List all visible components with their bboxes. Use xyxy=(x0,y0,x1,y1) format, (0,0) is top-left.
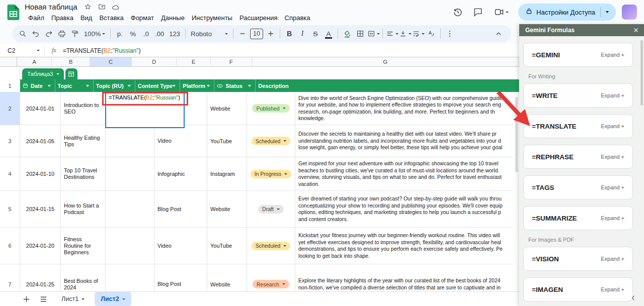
header-status[interactable]: Status xyxy=(214,79,256,92)
formula-card-vision[interactable]: =VISION Expand + xyxy=(523,247,633,271)
select-all-corner[interactable] xyxy=(0,57,17,66)
increase-decimal-button[interactable]: .00 xyxy=(152,27,167,40)
expand-button[interactable]: Expand + xyxy=(601,92,624,98)
horizontal-align-button[interactable] xyxy=(385,27,398,40)
strikethrough-button[interactable]: S xyxy=(309,27,322,40)
column-header-c[interactable]: C xyxy=(90,57,132,66)
column-header-a[interactable]: A xyxy=(17,57,52,66)
menu-extensions[interactable]: Расширения xyxy=(236,14,281,22)
header-description[interactable]: Description xyxy=(256,79,519,92)
close-icon[interactable] xyxy=(633,27,639,33)
increase-font-size-button[interactable] xyxy=(264,27,277,40)
cell-status[interactable]: Published xyxy=(247,92,295,125)
italic-button[interactable]: I xyxy=(296,27,309,40)
formula-card-summarize[interactable]: =SUMMARIZE Expand + xyxy=(523,206,633,230)
cell-content-type[interactable]: Video xyxy=(154,125,207,157)
cell-topic[interactable]: Healthy Eating Tips xyxy=(61,125,106,157)
row-header-3[interactable]: 3 xyxy=(0,125,20,157)
zoom-select[interactable]: 100% xyxy=(82,27,108,40)
active-cell-editor[interactable]: =TRANSLATE(B2;"Russian") xyxy=(105,92,185,128)
row-header-4[interactable]: 4 xyxy=(0,157,20,191)
cell-date[interactable]: 2024-01-01 xyxy=(20,92,61,125)
cell-date[interactable]: 2024-01-05 xyxy=(20,125,61,157)
column-header-b[interactable]: B xyxy=(52,57,90,66)
comments-icon[interactable] xyxy=(469,3,487,21)
share-button[interactable]: Настройки Доступа xyxy=(518,4,616,21)
row-header-1[interactable]: 1 xyxy=(0,79,20,92)
formula-card-write[interactable]: =WRITE Expand + xyxy=(523,83,633,108)
expand-button[interactable]: Expand + xyxy=(601,286,624,292)
move-folder-icon[interactable] xyxy=(98,3,106,11)
cell-content-type[interactable]: Blog Post xyxy=(154,264,207,291)
cell-status[interactable]: Scheduled xyxy=(247,228,295,264)
cell-content-type[interactable]: Blog Post xyxy=(154,191,207,228)
row-header-5[interactable]: 5 xyxy=(0,191,20,228)
print-icon[interactable] xyxy=(55,27,68,40)
name-box[interactable]: C2 xyxy=(0,47,44,54)
cell-topic[interactable]: How to Start a Podcast xyxy=(61,191,106,228)
expand-button[interactable]: Expand + xyxy=(601,215,624,221)
cell-status[interactable]: Research xyxy=(247,264,295,291)
status-badge[interactable]: Research xyxy=(253,280,289,288)
decrease-font-size-button[interactable] xyxy=(236,27,249,40)
borders-button[interactable] xyxy=(354,27,367,40)
expand-button[interactable]: Expand + xyxy=(601,123,624,129)
cell-topic[interactable]: Best Books of 2024 xyxy=(61,264,106,291)
cell-description[interactable]: Get inspired for your next adventure wit… xyxy=(295,157,519,191)
cell-description[interactable]: Explore the literary highlights of the y… xyxy=(295,264,519,291)
number-format-button[interactable]: 123 xyxy=(167,27,183,40)
expand-button[interactable]: Expand + xyxy=(601,184,624,190)
header-topic-ru[interactable]: Topic (RU) xyxy=(94,79,135,92)
status-badge[interactable]: Scheduled xyxy=(252,242,291,250)
text-rotation-button[interactable] xyxy=(425,27,438,40)
cell-content-type[interactable]: Video xyxy=(154,228,207,264)
formula-card-translate[interactable]: =TRANSLATE Expand + xyxy=(523,114,633,138)
cell-date[interactable]: 2024-01-25 xyxy=(20,264,61,291)
cell-platform[interactable]: Website xyxy=(207,92,247,125)
expand-button[interactable]: Expand + xyxy=(601,52,624,58)
cell-description[interactable]: Dive into the world of Search Engine Opt… xyxy=(295,92,519,125)
status-badge[interactable]: Draft xyxy=(258,205,284,214)
more-options-icon[interactable] xyxy=(443,27,456,40)
status-badge[interactable]: Scheduled xyxy=(252,137,291,145)
cell-topic-ru[interactable] xyxy=(106,228,154,264)
status-badge[interactable]: Published xyxy=(252,104,289,113)
expand-button[interactable]: Expand + xyxy=(601,256,624,262)
cell-topic-ru[interactable] xyxy=(106,157,154,191)
formula-card-imagen[interactable]: =IMAGEN Expand + xyxy=(523,277,633,301)
menu-view[interactable]: Вид xyxy=(77,14,96,22)
paint-format-icon[interactable] xyxy=(68,27,82,40)
menu-help[interactable]: Справка xyxy=(281,14,314,22)
row-header[interactable] xyxy=(0,67,20,79)
column-header-g[interactable]: G xyxy=(252,57,519,66)
vertical-scrollbar[interactable] xyxy=(513,92,519,291)
status-badge[interactable]: In Progress xyxy=(251,170,292,178)
merge-cells-button[interactable] xyxy=(367,27,380,40)
undo-icon[interactable] xyxy=(29,27,42,40)
bold-button[interactable]: B xyxy=(283,27,296,40)
table-name-chip[interactable]: Таблица3 xyxy=(22,68,64,79)
column-header-e[interactable]: E xyxy=(177,57,210,66)
add-sheet-icon[interactable] xyxy=(19,292,33,306)
currency-format-button[interactable]: р. xyxy=(113,27,126,40)
expand-button[interactable]: Expand + xyxy=(601,154,624,160)
formula-input[interactable]: =TRANSLATE(B2;"Russian") xyxy=(63,47,141,54)
cloud-status-icon[interactable] xyxy=(112,3,120,11)
column-header-f[interactable]: F xyxy=(211,57,252,66)
decrease-decimal-button[interactable]: .0 xyxy=(139,27,152,40)
cell-topic[interactable]: Fitness Routine for Beginners xyxy=(61,228,106,264)
cell-status[interactable]: Scheduled xyxy=(247,125,295,157)
cell-description[interactable]: Discover the secrets to maintaining a he… xyxy=(295,125,519,157)
cell-date[interactable]: 2024-01-15 xyxy=(20,191,61,228)
cell-topic-ru[interactable] xyxy=(106,125,154,157)
cell-status[interactable]: Draft xyxy=(247,191,295,228)
cell-description[interactable]: Kickstart your fitness journey with our … xyxy=(295,228,519,264)
font-select[interactable]: Roboto xyxy=(188,27,230,40)
vertical-align-button[interactable] xyxy=(398,27,412,40)
table-menu-button[interactable] xyxy=(65,68,77,79)
cell-platform[interactable]: Website xyxy=(207,264,247,291)
cell-platform[interactable]: YouTube xyxy=(207,228,247,264)
text-wrap-button[interactable] xyxy=(412,27,425,40)
share-dropdown[interactable] xyxy=(601,11,614,13)
menu-data[interactable]: Данные xyxy=(157,14,188,22)
